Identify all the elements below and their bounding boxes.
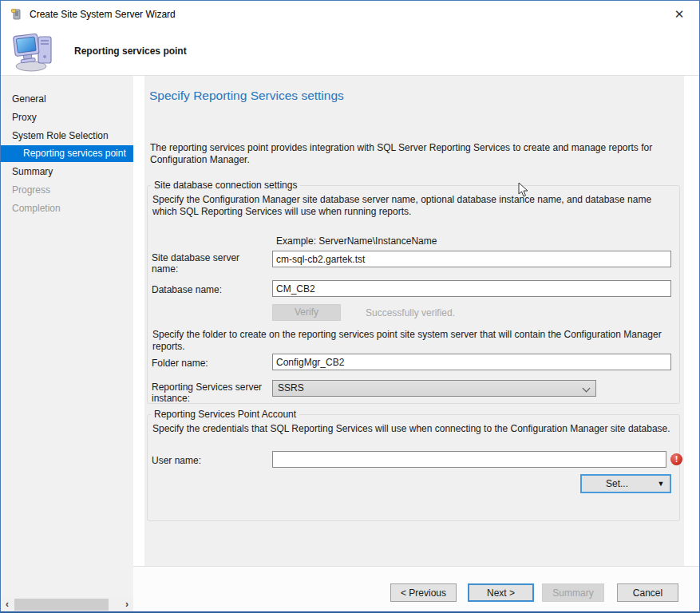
dropdown-arrow-icon: ▼ (652, 480, 670, 488)
folder-name-input[interactable] (272, 354, 671, 370)
folder-name-label: Folder name: (152, 358, 208, 369)
db-connection-description: Specify the Configuration Manager site d… (152, 194, 675, 218)
instance-combobox[interactable]: SSRS (272, 380, 596, 397)
folder-description: Specify the folder to create on the repo… (152, 329, 679, 353)
footer-bar: < Previous Next > Summary Cancel (133, 567, 699, 611)
error-icon: ! (670, 453, 682, 465)
sidebar-item-completion[interactable]: Completion (1, 200, 133, 217)
username-input[interactable] (272, 451, 666, 468)
sidebar-item-general[interactable]: General (1, 91, 133, 108)
mouse-cursor (518, 182, 529, 198)
server-name-label: Site database server name: (152, 252, 263, 275)
account-description: Specify the credentials that SQL Reporti… (152, 423, 675, 435)
server-name-input[interactable] (272, 251, 671, 267)
scrollbar-thumb[interactable] (14, 599, 109, 611)
cancel-button[interactable]: Cancel (617, 583, 678, 602)
scroll-left-icon[interactable]: ‹ (1, 598, 14, 611)
account-legend: Reporting Services Point Account (151, 409, 299, 420)
banner-title: Reporting services point (74, 45, 187, 57)
instance-label: Reporting Services server instance: (152, 382, 263, 404)
sidebar-item-progress[interactable]: Progress (1, 182, 133, 199)
intro-text: The reporting services point provides in… (150, 142, 683, 166)
sidebar-item-summary[interactable]: Summary (1, 164, 133, 180)
sidebar-hscrollbar[interactable]: ‹ › (1, 598, 133, 611)
previous-button[interactable]: < Previous (390, 583, 457, 602)
close-icon[interactable]: ✕ (670, 6, 688, 22)
next-button[interactable]: Next > (468, 583, 534, 602)
verify-status-text: Successfully verified. (366, 307, 455, 318)
wizard-app-icon (10, 8, 23, 21)
verify-button[interactable]: Verify (272, 304, 341, 321)
username-label: User name: (152, 455, 201, 466)
summary-button[interactable]: Summary (542, 583, 604, 602)
wizard-banner: Reporting services point (1, 27, 699, 76)
sidebar-item-reporting-services-point[interactable]: Reporting services point (1, 145, 133, 162)
instance-value: SSRS (278, 382, 304, 394)
sidebar-item-proxy[interactable]: Proxy (1, 109, 133, 126)
computer-workstation-icon (12, 30, 57, 72)
sidebar-item-system-role-selection[interactable]: System Role Selection (1, 128, 133, 144)
title-bar: Create Site System Server Wizard ✕ (1, 1, 699, 27)
db-connection-legend: Site database connection settings (151, 180, 300, 191)
chevron-down-icon (583, 385, 591, 393)
wizard-sidebar: General Proxy System Role Selection Repo… (1, 76, 133, 611)
database-name-input[interactable] (272, 280, 671, 297)
example-label: Example: ServerName\InstanceName (276, 235, 437, 247)
database-name-label: Database name: (152, 284, 222, 295)
page-heading: Specify Reporting Services settings (149, 89, 344, 103)
set-button-label: Set... (582, 478, 652, 489)
wizard-window: Create Site System Server Wizard ✕ (0, 0, 700, 613)
set-button[interactable]: Set... ▼ (580, 474, 671, 493)
window-title: Create Site System Server Wizard (30, 9, 176, 20)
scroll-right-icon[interactable]: › (121, 598, 133, 611)
